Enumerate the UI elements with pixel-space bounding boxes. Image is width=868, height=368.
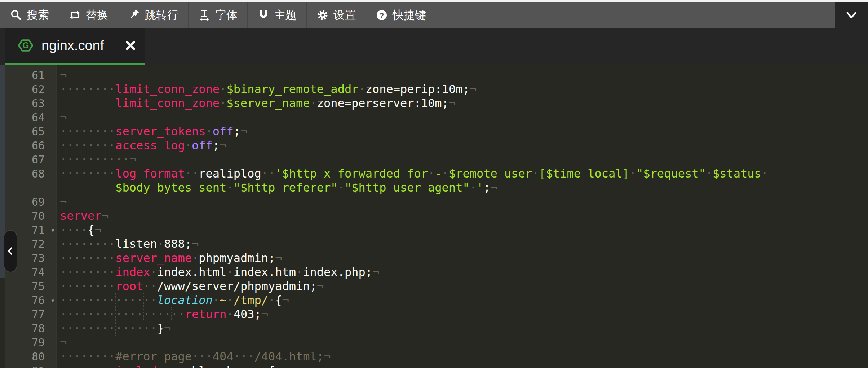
code-line-text: ¬ (57, 336, 67, 350)
collapse-panel-handle[interactable] (4, 230, 17, 272)
search-icon (10, 9, 22, 21)
chevron-down-icon (845, 8, 858, 22)
text-height-icon (198, 9, 211, 21)
tab-bar: G nginx.conf (0, 28, 868, 65)
code-line-text: ········server_name·phpmyadmin;¬ (57, 251, 282, 265)
collapse-toolbar-button[interactable] (835, 2, 868, 28)
code-line-text: ········listen·888;¬ (57, 237, 199, 251)
line-number: 79 (5, 336, 57, 350)
search-button[interactable]: 搜索 (0, 2, 59, 28)
line-number: 77 (5, 307, 57, 321)
code-line-text: ········log_format··realiplog··'$http_x_… (57, 167, 768, 181)
line-number: 70 (5, 209, 57, 223)
code-line-text: ¬ (57, 68, 67, 82)
jumpline-label: 跳转行 (145, 8, 178, 23)
chevron-left-icon (5, 246, 16, 257)
code-line-text: limit_conn_zone·$server_name·zone=perser… (57, 96, 456, 110)
code-editor[interactable]: 61¬62········limit_conn_zone·$binary_rem… (0, 65, 868, 368)
line-number: 75 (5, 279, 57, 293)
line-number: 67 (5, 153, 57, 167)
shortcuts-label: 快捷键 (393, 8, 426, 23)
code-line-wrap: $body_bytes_sent·"$http_referer"·"$http_… (5, 181, 868, 195)
code-line-text: ····{¬ (57, 223, 102, 237)
pin-icon (128, 9, 140, 21)
code-line-text: ··················return·403;¬ (57, 307, 268, 321)
code-line-text: ········server_tokens·off;¬ (57, 124, 247, 139)
editor-toolbar: 搜索替换跳转行字体主题设置?快捷键 (0, 2, 835, 28)
settings-button[interactable]: 设置 (307, 2, 366, 28)
code-line-text: ········#error_page···404···/404.html;¬ (57, 350, 331, 364)
nginx-logo-icon: G (18, 38, 33, 53)
code-line: 80········#error_page···404···/404.html;… (5, 350, 868, 364)
tab-filename: nginx.conf (41, 38, 115, 53)
swap-arrows-icon (69, 9, 81, 21)
gear-icon (316, 9, 329, 21)
svg-text:?: ? (380, 11, 384, 19)
code-line: 77··················return·403;¬ (5, 307, 868, 321)
code-line: 67··········¬ (5, 153, 868, 167)
replace-button[interactable]: 替换 (59, 2, 118, 28)
code-line: 62········limit_conn_zone·$binary_remote… (5, 82, 868, 96)
line-number: 78 (5, 321, 57, 336)
code-line: 61¬ (5, 68, 868, 82)
code-line: 81········include·enable-php.conf; (5, 364, 868, 368)
code-line: 69¬ (5, 195, 868, 209)
question-icon: ? (376, 9, 388, 21)
code-line: 63limit_conn_zone·$server_name·zone=pers… (5, 96, 868, 110)
toolbar-buttons: 搜索替换跳转行字体主题设置?快捷键 (0, 2, 436, 28)
logo-letter: G (23, 41, 29, 50)
line-number: 65 (5, 124, 57, 139)
code-line-text: $body_bytes_sent·"$http_referer"·"$http_… (57, 181, 497, 195)
code-line: 68········log_format··realiplog··'$http_… (5, 167, 868, 181)
replace-label: 替换 (86, 8, 108, 23)
jumpline-button[interactable]: 跳转行 (118, 2, 189, 28)
line-number (5, 181, 57, 195)
code-line-text: server¬ (57, 209, 108, 223)
shortcuts-button[interactable]: ?快捷键 (366, 2, 436, 28)
line-number: 66 (5, 139, 57, 153)
code-line: 79¬ (5, 336, 868, 350)
code-line-text: ¬ (57, 195, 67, 209)
code-line-text: ¬ (57, 110, 67, 124)
code-line-text: ··············}¬ (57, 321, 171, 336)
line-number: 69 (5, 195, 57, 209)
theme-label: 主题 (274, 8, 297, 23)
close-tab-icon[interactable] (124, 39, 137, 52)
fold-arrow-icon[interactable]: ▾ (50, 294, 55, 308)
line-number: 64 (5, 110, 57, 124)
code-line-text: ········include·enable-php.conf; (57, 364, 282, 368)
code-line-text: ········index·index.html·index.htm·index… (57, 265, 379, 279)
code-line: 76▾··············location·~·/tmp/·{¬ (5, 293, 868, 307)
code-line: 66········access_log·off;¬ (5, 139, 868, 153)
code-line: 71▾····{¬ (5, 223, 868, 237)
line-number: 62 (5, 82, 57, 96)
settings-label: 设置 (333, 8, 356, 23)
code-line: 72········listen·888;¬ (5, 237, 868, 251)
line-number: 81 (5, 364, 57, 368)
code-line: 73········server_name·phpmyadmin;¬ (5, 251, 868, 265)
font-button[interactable]: 字体 (189, 2, 248, 28)
magnet-icon (257, 9, 270, 21)
font-label: 字体 (215, 8, 238, 23)
code-line: 64¬ (5, 110, 868, 124)
line-number: 63 (5, 96, 57, 110)
theme-button[interactable]: 主题 (248, 2, 307, 28)
code-line: 70server¬ (5, 209, 868, 223)
code-line-text: ········access_log·off;¬ (57, 139, 226, 153)
line-number: 76▾ (5, 293, 57, 307)
code-line-text: ········root··/www/server/phpmyadmin;¬ (57, 279, 324, 293)
line-number: 61 (5, 68, 57, 82)
code-line: 78··············}¬ (5, 321, 868, 336)
search-label: 搜索 (27, 8, 49, 23)
fold-arrow-icon[interactable]: ▾ (50, 223, 55, 237)
code-line-text: ··········¬ (57, 153, 136, 167)
tab-nginx-conf[interactable]: G nginx.conf (5, 28, 145, 65)
code-line: 65········server_tokens·off;¬ (5, 124, 868, 139)
code-line-text: ··············location·~·/tmp/·{¬ (57, 293, 289, 307)
line-number: 80 (5, 350, 57, 364)
code-line: 74········index·index.html·index.htm·ind… (5, 265, 868, 279)
code-rows: 61¬62········limit_conn_zone·$binary_rem… (5, 68, 868, 368)
code-line-text: ········limit_conn_zone·$binary_remote_a… (57, 82, 477, 96)
code-line: 75········root··/www/server/phpmyadmin;¬ (5, 279, 868, 293)
line-number: 68 (5, 167, 57, 181)
